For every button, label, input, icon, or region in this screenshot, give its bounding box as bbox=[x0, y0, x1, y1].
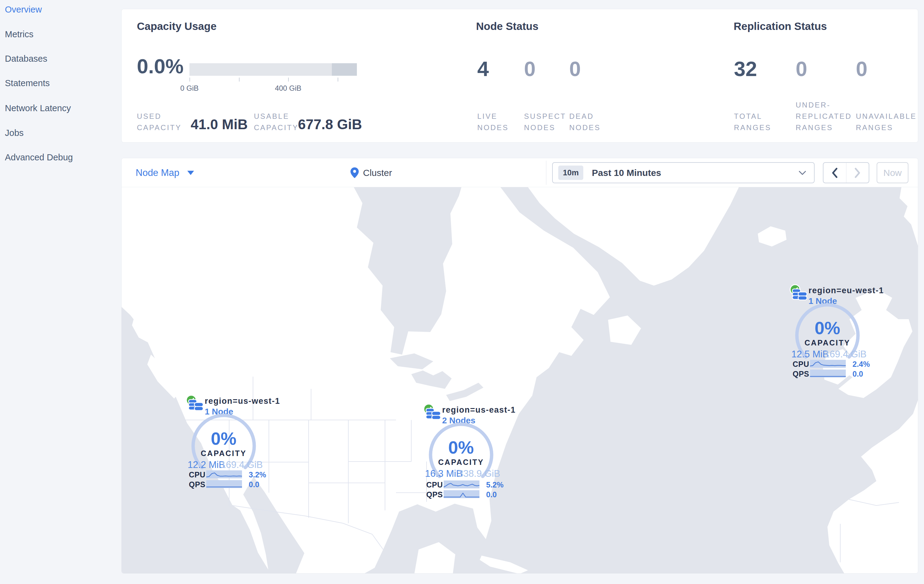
region-capacity-label: CAPACITY bbox=[791, 339, 864, 347]
region-name[interactable]: region=us-east-1 bbox=[442, 405, 516, 415]
sidebar: Overview Metrics Databases Statements Ne… bbox=[0, 0, 121, 584]
region-capacity-percent: 0% bbox=[187, 428, 260, 449]
region-name[interactable]: region=us-west-1 bbox=[205, 396, 280, 406]
map-pin-icon bbox=[350, 168, 359, 178]
capacity-tick-label-400: 400 GiB bbox=[270, 84, 307, 92]
capacity-percent: 0.0% bbox=[137, 54, 184, 78]
qps-sparkline bbox=[206, 480, 242, 488]
sidebar-item-overview[interactable]: Overview bbox=[5, 5, 42, 15]
sidebar-item-advanced-debug[interactable]: Advanced Debug bbox=[5, 152, 73, 163]
region-name[interactable]: region=eu-west-1 bbox=[808, 286, 884, 295]
sidebar-item-network-latency[interactable]: Network Latency bbox=[5, 103, 71, 114]
dead-nodes-label: DEAD NODES bbox=[569, 110, 601, 133]
sidebar-item-metrics[interactable]: Metrics bbox=[5, 29, 33, 39]
sidebar-item-databases[interactable]: Databases bbox=[5, 54, 47, 64]
now-button[interactable]: Now bbox=[877, 162, 908, 183]
cpu-sparkline bbox=[810, 360, 846, 368]
toolbar-divider bbox=[546, 161, 546, 185]
usable-capacity-label: USABLE CAPACITY bbox=[254, 110, 299, 133]
region-usable-capacity: 169.4 GiB bbox=[821, 349, 866, 360]
cpu-value: 5.2% bbox=[486, 480, 503, 489]
cpu-value: 2.4% bbox=[853, 360, 870, 368]
breadcrumb-cluster: Cluster bbox=[363, 168, 392, 178]
total-ranges-label: TOTAL RANGES bbox=[734, 110, 771, 133]
used-capacity-label: USED CAPACITY bbox=[137, 110, 182, 133]
next-range-button[interactable] bbox=[846, 163, 869, 183]
dead-nodes-count: 0 bbox=[569, 57, 581, 81]
sidebar-item-jobs[interactable]: Jobs bbox=[5, 128, 23, 138]
capacity-usage-title: Capacity Usage bbox=[137, 20, 217, 32]
cpu-label: CPU bbox=[793, 360, 809, 368]
region-capacity-label: CAPACITY bbox=[424, 458, 498, 467]
qps-value: 0.0 bbox=[486, 490, 497, 499]
time-range-badge: 10m bbox=[558, 166, 583, 180]
under-replicated-ranges-label: UNDER- REPLICATED RANGES bbox=[796, 99, 852, 133]
capacity-tick-label-0: 0 GiB bbox=[171, 84, 208, 92]
chevron-right-icon bbox=[854, 168, 860, 178]
sidebar-item-statements[interactable]: Statements bbox=[5, 78, 50, 88]
qps-value: 0.0 bbox=[853, 370, 863, 378]
used-capacity-value: 41.0 MiB bbox=[191, 116, 248, 133]
capacity-tick bbox=[239, 77, 239, 82]
cpu-label: CPU bbox=[426, 480, 443, 489]
live-nodes-count: 4 bbox=[477, 57, 489, 81]
unavailable-ranges-label: UNAVAILABLE RANGES bbox=[856, 110, 917, 133]
replication-status-title: Replication Status bbox=[734, 20, 827, 32]
capacity-bar bbox=[190, 63, 357, 76]
cpu-label: CPU bbox=[189, 470, 205, 479]
unavailable-ranges-count: 0 bbox=[856, 57, 868, 81]
under-replicated-ranges-count: 0 bbox=[796, 57, 807, 81]
region-capacity-percent: 0% bbox=[424, 437, 498, 457]
capacity-tick bbox=[338, 77, 338, 82]
qps-label: QPS bbox=[793, 370, 809, 378]
qps-sparkline bbox=[444, 490, 479, 498]
cpu-sparkline bbox=[206, 470, 242, 478]
view-mode-dropdown[interactable]: Node Map bbox=[136, 158, 194, 187]
time-step-buttons bbox=[823, 162, 869, 183]
cpu-sparkline bbox=[444, 480, 479, 489]
view-mode-label: Node Map bbox=[136, 168, 179, 178]
node-map-toolbar: Node Map Cluster 10m Past 10 Minutes bbox=[122, 158, 918, 187]
region-usable-capacity: 338.9 GiB bbox=[455, 468, 500, 479]
node-status-title: Node Status bbox=[476, 20, 538, 32]
total-ranges-count: 32 bbox=[734, 57, 757, 81]
cluster-summary-card: Capacity Usage 0.0% 0 GiB 400 GiB USED C… bbox=[121, 9, 918, 143]
time-range-label: Past 10 Minutes bbox=[592, 168, 661, 178]
suspect-nodes-label: SUSPECT NODES bbox=[524, 110, 566, 133]
world-map bbox=[122, 187, 918, 574]
prev-range-button[interactable] bbox=[823, 163, 846, 183]
usable-capacity-value: 677.8 GiB bbox=[298, 116, 362, 133]
chevron-down-icon bbox=[799, 171, 806, 175]
region-capacity-percent: 0% bbox=[791, 317, 864, 338]
chevron-left-icon bbox=[832, 168, 838, 178]
qps-label: QPS bbox=[189, 480, 205, 489]
node-map-card: Node Map Cluster 10m Past 10 Minutes bbox=[121, 158, 918, 574]
time-range-select[interactable]: 10m Past 10 Minutes bbox=[552, 162, 815, 183]
capacity-tick bbox=[190, 77, 190, 82]
suspect-nodes-count: 0 bbox=[524, 57, 536, 81]
cpu-value: 3.2% bbox=[249, 470, 266, 479]
capacity-bar-reserved-segment bbox=[332, 63, 357, 76]
live-nodes-label: LIVE NODES bbox=[477, 110, 509, 133]
breadcrumb[interactable]: Cluster bbox=[350, 158, 392, 187]
region-capacity-label: CAPACITY bbox=[187, 449, 260, 458]
qps-value: 0.0 bbox=[249, 480, 259, 489]
chevron-down-icon bbox=[187, 171, 194, 175]
capacity-tick bbox=[288, 77, 289, 82]
qps-sparkline bbox=[810, 370, 846, 378]
node-map: region=us-west-1 1 Node 0% CAPACITY 12.2… bbox=[122, 187, 918, 574]
qps-label: QPS bbox=[426, 490, 443, 499]
region-usable-capacity: 169.4 GiB bbox=[218, 459, 263, 470]
